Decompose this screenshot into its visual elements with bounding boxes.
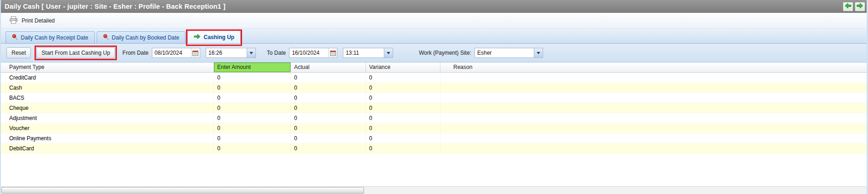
to-date-calendar-icon[interactable] — [328, 48, 337, 57]
cell-enter-amount[interactable]: 0 — [214, 123, 291, 133]
to-date-input[interactable] — [289, 48, 328, 57]
column-header-payment-type[interactable]: Payment Type — [1, 63, 214, 72]
print-detailed-button[interactable]: Print Detailed — [6, 15, 58, 26]
tab-daily-cash-by-receipt-date[interactable]: Daily Cash by Receipt Date — [6, 31, 95, 43]
table-row[interactable]: Voucher 0 0 0 — [1, 123, 867, 133]
nav-back-button[interactable] — [843, 2, 853, 11]
cell-variance: 0 — [366, 113, 440, 123]
horizontal-scrollbar[interactable] — [1, 186, 867, 194]
table-row[interactable]: Adjustment 0 0 0 — [1, 113, 867, 123]
cell-actual: 0 — [291, 133, 366, 143]
window-title: Daily Cash [ User - jupiter : Site - Esh… — [5, 3, 841, 10]
cashing-up-icon — [194, 34, 201, 41]
cell-variance: 0 — [366, 103, 440, 113]
table-row[interactable]: CreditCard 0 0 0 — [1, 73, 867, 83]
cell-reason — [440, 103, 867, 113]
tab-bar: Daily Cash by Receipt Date Daily Cash by… — [1, 29, 867, 44]
cell-payment-type: Cheque — [1, 103, 214, 113]
cell-variance: 0 — [366, 83, 440, 93]
cell-actual: 0 — [291, 123, 366, 133]
chevron-down-icon[interactable] — [534, 48, 543, 57]
printer-icon — [9, 16, 18, 25]
table-row[interactable]: DebitCard 0 0 0 — [1, 143, 867, 154]
reset-button[interactable]: Reset — [6, 47, 31, 58]
from-date-input[interactable] — [152, 48, 191, 57]
daily-cash-window: Daily Cash [ User - jupiter : Site - Esh… — [0, 0, 868, 194]
tab-label: Daily Cash by Receipt Date — [21, 34, 88, 41]
filter-toolbar: Reset Start From Last Cashing Up From Da… — [1, 44, 867, 63]
cell-variance: 0 — [366, 73, 440, 83]
chevron-down-icon[interactable] — [384, 48, 393, 57]
nav-forward-button[interactable] — [855, 2, 865, 11]
column-header-actual[interactable]: Actual — [291, 63, 366, 72]
cell-payment-type: CreditCard — [1, 73, 214, 83]
cell-enter-amount[interactable]: 0 — [214, 93, 291, 103]
tab-daily-cash-by-booked-date[interactable]: Daily Cash by Booked Date — [97, 31, 186, 43]
from-date-calendar-icon[interactable] — [191, 48, 200, 57]
pin-icon — [103, 34, 109, 41]
cell-payment-type: Online Payments — [1, 133, 214, 143]
cell-enter-amount[interactable]: 0 — [214, 113, 291, 123]
to-date-label: To Date — [267, 50, 286, 56]
start-from-last-cashing-up-button[interactable]: Start From Last Cashing Up — [36, 47, 115, 58]
cell-actual: 0 — [291, 143, 366, 154]
column-header-enter-amount[interactable]: Enter Amount — [214, 63, 291, 72]
cell-reason — [440, 123, 867, 133]
table-row[interactable]: Cheque 0 0 0 — [1, 103, 867, 113]
cell-actual: 0 — [291, 113, 366, 123]
tab-label: Cashing Up — [203, 34, 234, 40]
cell-variance: 0 — [366, 143, 440, 154]
cell-reason — [440, 133, 867, 143]
to-time-input[interactable] — [343, 48, 384, 57]
cell-actual: 0 — [291, 73, 366, 83]
cell-enter-amount[interactable]: 0 — [214, 83, 291, 93]
table-header-row: Payment Type Enter Amount Actual Varianc… — [1, 63, 867, 73]
cell-actual: 0 — [291, 93, 366, 103]
cell-reason — [440, 143, 867, 154]
chevron-down-icon[interactable] — [247, 48, 255, 57]
cell-variance: 0 — [366, 123, 440, 133]
toolbar: Print Detailed — [1, 13, 867, 29]
tab-cashing-up[interactable]: Cashing Up — [187, 30, 241, 43]
cell-variance: 0 — [366, 93, 440, 103]
tab-label: Daily Cash by Booked Date — [112, 34, 179, 41]
from-date-field — [152, 48, 200, 58]
table-row[interactable]: BACS 0 0 0 — [1, 93, 867, 103]
table-row[interactable]: Online Payments 0 0 0 — [1, 133, 867, 143]
cell-payment-type: BACS — [1, 93, 214, 103]
scrollbar-thumb[interactable] — [1, 187, 364, 194]
column-header-reason[interactable]: Reason — [440, 63, 867, 72]
cell-enter-amount[interactable]: 0 — [214, 133, 291, 143]
cell-reason — [440, 83, 867, 93]
cell-actual: 0 — [291, 103, 366, 113]
to-time-combo — [343, 48, 393, 58]
from-time-input[interactable] — [206, 48, 247, 57]
work-payment-site-combo — [475, 48, 543, 58]
from-time-combo — [206, 48, 256, 58]
cell-enter-amount[interactable]: 0 — [214, 143, 291, 154]
cell-enter-amount[interactable]: 0 — [214, 103, 291, 113]
print-detailed-label: Print Detailed — [22, 17, 55, 24]
pin-icon — [12, 34, 18, 41]
table-row[interactable]: Cash 0 0 0 — [1, 83, 867, 93]
cell-reason — [440, 93, 867, 103]
cell-reason — [440, 113, 867, 123]
cell-payment-type: Adjustment — [1, 113, 214, 123]
cell-variance: 0 — [366, 133, 440, 143]
cell-payment-type: DebitCard — [1, 143, 214, 154]
cell-enter-amount[interactable]: 0 — [214, 73, 291, 83]
work-payment-site-input[interactable] — [475, 48, 534, 57]
cell-actual: 0 — [291, 83, 366, 93]
to-date-field — [289, 48, 337, 58]
arrow-left-icon — [845, 3, 851, 10]
column-header-variance[interactable]: Variance — [366, 63, 440, 72]
cell-payment-type: Cash — [1, 83, 214, 93]
title-bar: Daily Cash [ User - jupiter : Site - Esh… — [1, 0, 867, 13]
from-date-label: From Date — [122, 50, 149, 56]
work-payment-site-label: Work (Payment) Site: — [419, 50, 471, 56]
cell-payment-type: Voucher — [1, 123, 214, 133]
arrow-right-icon — [856, 3, 863, 10]
table-body: CreditCard 0 0 0 Cash 0 0 0 BACS 0 0 0 C… — [1, 73, 867, 154]
cell-reason — [440, 73, 867, 83]
